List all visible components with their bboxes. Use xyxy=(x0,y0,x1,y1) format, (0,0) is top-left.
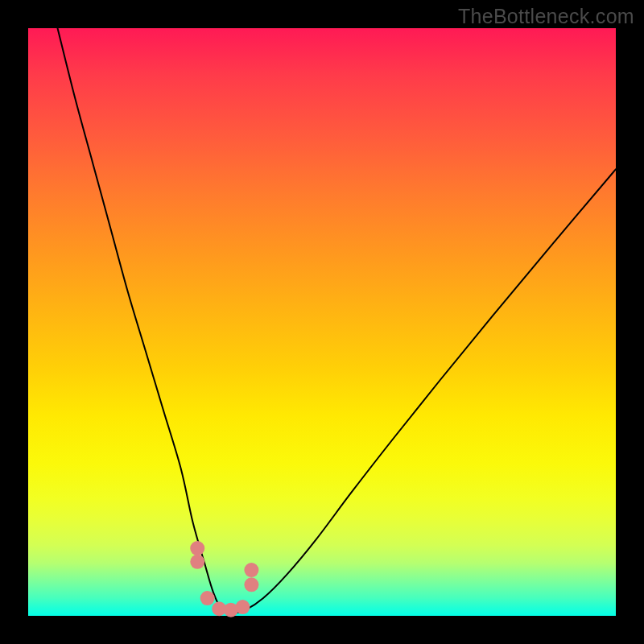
bottleneck-curve xyxy=(58,28,617,613)
watermark-text: TheBottleneck.com xyxy=(458,5,634,28)
marker-dot xyxy=(190,555,204,569)
marker-dot xyxy=(244,563,258,577)
marker-dot xyxy=(235,600,250,614)
chart-frame: TheBottleneck.com xyxy=(0,0,644,644)
marker-dot xyxy=(190,541,204,555)
plot-area xyxy=(28,28,616,616)
curve-layer xyxy=(28,28,616,616)
marker-dot xyxy=(200,591,215,605)
optimal-band-markers xyxy=(190,541,258,617)
marker-dot xyxy=(244,577,258,592)
